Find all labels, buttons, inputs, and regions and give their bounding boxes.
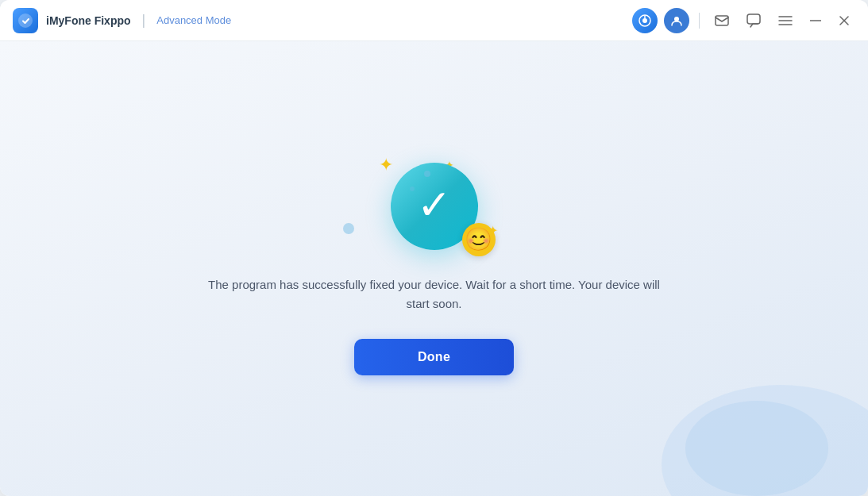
success-circle: ✓ 😊 xyxy=(391,163,478,250)
success-message: The program has successfully fixed your … xyxy=(196,275,673,313)
title-bar: iMyFone Fixppo | Advanced Mode xyxy=(0,0,868,41)
chat-button[interactable] xyxy=(741,8,766,33)
checkmark-icon: ✓ xyxy=(417,184,452,225)
app-logo xyxy=(13,8,38,33)
float-dot-1 xyxy=(343,223,354,234)
mail-button[interactable] xyxy=(709,8,735,33)
music-button[interactable] xyxy=(632,8,658,33)
success-icon-area: ✦ ✦ ✓ 😊 ✦ xyxy=(391,163,478,250)
done-button[interactable]: Done xyxy=(354,339,514,375)
svg-point-3 xyxy=(674,17,679,21)
sparkle-icon-3: ✦ xyxy=(488,223,498,238)
main-content: ✦ ✦ ✓ 😊 ✦ The program has successfully f… xyxy=(0,41,868,496)
mode-label: Advanced Mode xyxy=(156,14,231,26)
title-bar-divider xyxy=(699,13,700,29)
user-button[interactable] xyxy=(664,8,689,33)
app-name: iMyFone Fixppo xyxy=(46,14,131,27)
menu-button[interactable] xyxy=(773,8,798,33)
title-bar-left: iMyFone Fixppo | Advanced Mode xyxy=(13,8,231,33)
svg-point-0 xyxy=(18,13,33,28)
separator: | xyxy=(142,12,146,29)
sparkle-icon-1: ✦ xyxy=(379,155,393,175)
svg-rect-5 xyxy=(747,14,760,24)
float-dot-2 xyxy=(424,171,430,177)
minimize-button[interactable] xyxy=(804,10,827,32)
app-window: iMyFone Fixppo | Advanced Mode xyxy=(0,0,868,496)
close-button[interactable] xyxy=(833,10,855,32)
svg-rect-4 xyxy=(716,16,728,25)
title-bar-right xyxy=(632,8,855,33)
float-dot-3 xyxy=(410,186,415,191)
